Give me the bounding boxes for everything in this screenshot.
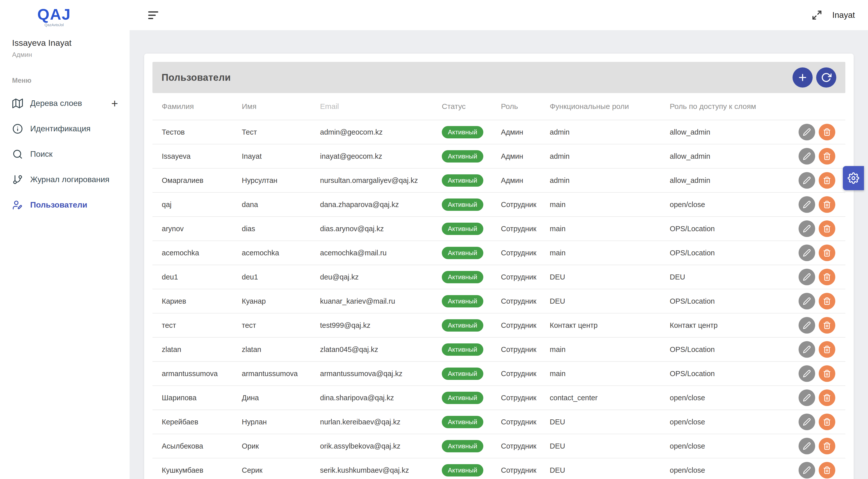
add-user-button[interactable] — [793, 67, 813, 88]
cell-status: Активный — [442, 368, 501, 380]
cell-status: Активный — [442, 150, 501, 162]
cell-role: Сотрудник — [501, 418, 550, 426]
menu-toggle-icon[interactable] — [148, 11, 158, 19]
topbar-user-name[interactable]: Inayat — [832, 10, 855, 20]
delete-user-button[interactable] — [819, 365, 835, 382]
row-actions — [778, 462, 845, 479]
row-actions — [778, 269, 845, 285]
edit-user-button[interactable] — [799, 389, 815, 406]
refresh-button[interactable] — [816, 67, 836, 88]
edit-user-button[interactable] — [799, 462, 815, 479]
delete-user-button[interactable] — [819, 293, 835, 310]
delete-user-button[interactable] — [819, 124, 835, 140]
edit-user-button[interactable] — [799, 293, 815, 310]
cell-functional-role: admin — [550, 152, 670, 160]
sidebar-menu: Дерева слоев + Идентификация Поиск Журна… — [0, 91, 130, 218]
cell-functional-role: Контакт центр — [550, 321, 670, 329]
edit-user-button[interactable] — [799, 365, 815, 382]
delete-user-button[interactable] — [819, 172, 835, 189]
cell-layer-access-role: open/close — [670, 418, 778, 426]
cell-status: Активный — [442, 223, 501, 235]
topbar-right: Inayat — [812, 10, 855, 20]
cell-layer-access-role: open/close — [670, 466, 778, 475]
cell-firstname: acemochka — [242, 249, 320, 257]
cell-email: nurlan.kereibaev@qaj.kz — [320, 418, 442, 426]
cell-lastname: Керейбаев — [162, 418, 242, 426]
cell-functional-role: DEU — [550, 273, 670, 281]
edit-user-button[interactable] — [799, 341, 815, 358]
branch-icon — [12, 174, 23, 185]
edit-user-button[interactable] — [799, 196, 815, 213]
edit-user-button[interactable] — [799, 438, 815, 454]
sidebar-item-label: Поиск — [30, 150, 53, 159]
sidebar-item-layer-trees[interactable]: Дерева слоев + — [0, 91, 130, 116]
edit-user-button[interactable] — [799, 269, 815, 285]
sidebar-item-label: Идентификация — [30, 124, 91, 133]
cell-firstname: deu1 — [242, 273, 320, 281]
cell-lastname: тест — [162, 321, 242, 329]
status-badge: Активный — [442, 126, 483, 138]
cell-email: inayat@geocom.kz — [320, 152, 442, 160]
cell-role: Сотрудник — [501, 466, 550, 475]
topbar: Inayat — [130, 0, 868, 30]
edit-user-button[interactable] — [799, 245, 815, 261]
cell-layer-access-role: open/close — [670, 442, 778, 450]
table-row: тест тест test999@qaj.kz Активный Сотруд… — [152, 313, 845, 337]
table-row: Керейбаев Нурлан nurlan.kereibaev@qaj.kz… — [152, 410, 845, 434]
sidebar-item-log-journal[interactable]: Журнал логирования — [0, 167, 130, 192]
users-card: Пользователи Фамилия Имя Email Статус Ро… — [144, 54, 854, 479]
cell-layer-access-role: allow_admin — [670, 177, 778, 185]
edit-user-button[interactable] — [799, 220, 815, 237]
info-icon — [12, 123, 23, 134]
edit-user-button[interactable] — [799, 414, 815, 430]
cell-functional-role: DEU — [550, 466, 670, 475]
cell-role: Сотрудник — [501, 442, 550, 450]
cell-firstname: Орик — [242, 442, 320, 450]
delete-user-button[interactable] — [819, 220, 835, 237]
delete-user-button[interactable] — [819, 414, 835, 430]
delete-user-button[interactable] — [819, 245, 835, 261]
edit-user-button[interactable] — [799, 317, 815, 333]
sidebar-item-users[interactable]: Пользователи — [0, 192, 130, 218]
cell-lastname: Тестов — [162, 128, 242, 136]
delete-user-button[interactable] — [819, 269, 835, 285]
edit-user-button[interactable] — [799, 172, 815, 189]
row-actions — [778, 293, 845, 310]
edit-user-button[interactable] — [799, 124, 815, 140]
user-edit-icon — [12, 199, 23, 211]
cell-firstname: Тест — [242, 128, 320, 136]
cell-email: dana.zhaparova@qaj.kz — [320, 200, 442, 209]
cell-functional-role: DEU — [550, 297, 670, 306]
status-badge: Активный — [442, 464, 483, 477]
column-header-role: Роль — [501, 102, 550, 111]
cell-firstname: Серик — [242, 466, 320, 475]
sidebar-item-search[interactable]: Поиск — [0, 141, 130, 167]
add-layer-tree-button[interactable]: + — [111, 98, 118, 109]
cell-role: Админ — [501, 152, 550, 160]
row-actions — [778, 317, 845, 333]
row-actions — [778, 124, 845, 140]
table-row: Issayeva Inayat inayat@geocom.kz Активны… — [152, 144, 845, 168]
cell-email: orik.assylbekova@qaj.kz — [320, 442, 442, 450]
delete-user-button[interactable] — [819, 462, 835, 479]
column-header-functional-role: Функциональные роли — [550, 102, 670, 111]
edit-user-button[interactable] — [799, 148, 815, 164]
cell-lastname: qaj — [162, 200, 242, 209]
delete-user-button[interactable] — [819, 148, 835, 164]
fullscreen-icon[interactable] — [812, 10, 822, 20]
cell-role: Сотрудник — [501, 249, 550, 257]
cell-email: dina.sharipova@qaj.kz — [320, 394, 442, 402]
sidebar-item-identification[interactable]: Идентификация — [0, 116, 130, 141]
delete-user-button[interactable] — [819, 438, 835, 454]
delete-user-button[interactable] — [819, 196, 835, 213]
cell-firstname: dana — [242, 200, 320, 209]
cell-status: Активный — [442, 126, 501, 138]
cell-email: deu@qaj.kz — [320, 273, 442, 281]
cell-layer-access-role: allow_admin — [670, 152, 778, 160]
delete-user-button[interactable] — [819, 317, 835, 333]
cell-layer-access-role: open/close — [670, 394, 778, 402]
cell-layer-access-role: Контакт центр — [670, 321, 778, 329]
settings-tab[interactable] — [843, 166, 864, 190]
delete-user-button[interactable] — [819, 341, 835, 358]
delete-user-button[interactable] — [819, 389, 835, 406]
